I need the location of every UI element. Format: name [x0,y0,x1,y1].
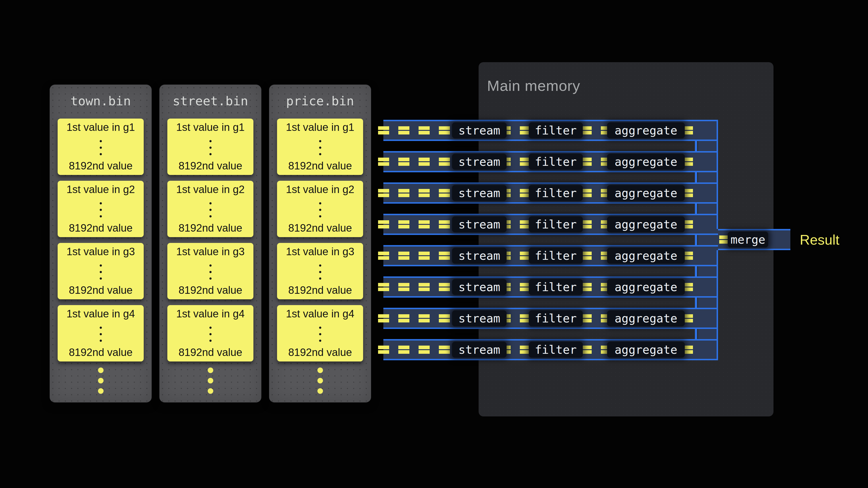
ellipsis-dots [98,367,103,394]
dot [209,278,212,280]
group-last-value: 8192nd value [277,223,363,233]
ellipsis-dots [208,367,213,394]
group-first-value: 1st value in g3 [58,246,144,257]
value-group-card: 1st value in g4 8192nd value [58,305,144,361]
merge-lane: merge [718,229,790,250]
ellipsis-dots [100,202,102,217]
file-column: street.bin 1st value in g1 8192nd value … [159,85,261,402]
dot [100,271,102,273]
ellipsis-dots [209,140,212,155]
group-first-value: 1st value in g4 [167,308,253,319]
dot [319,153,321,155]
stream-operator: stream [452,185,506,201]
dot [209,202,212,204]
dot [209,327,212,329]
ellipsis-dots [209,264,212,280]
filter-operator: filter [529,279,583,295]
dot [319,140,321,142]
lane-connector [695,298,697,308]
dot [317,367,323,373]
pipeline-lane: stream filter aggregate [383,151,718,172]
value-group-card: 1st value in g3 8192nd value [277,243,363,299]
merge-operator: merge [728,232,768,248]
group-first-value: 1st value in g2 [167,184,253,195]
dot [209,215,212,217]
value-group-card: 1st value in g1 8192nd value [58,119,144,175]
value-group-card: 1st value in g2 8192nd value [58,181,144,237]
dot [209,271,212,273]
value-group-card: 1st value in g3 8192nd value [167,243,253,299]
result-label: Result [800,233,839,247]
dot [319,147,321,149]
dot [100,278,102,280]
dot [209,147,212,149]
ellipsis-dots [100,140,102,155]
main-memory-title: Main memory [487,77,580,94]
aggregate-operator: aggregate [607,248,685,264]
filter-operator: filter [529,123,583,138]
dot [319,202,321,204]
ellipsis-dots [209,202,212,217]
group-first-value: 1st value in g4 [277,308,363,319]
ellipsis-dots [319,202,321,217]
aggregate-operator: aggregate [607,123,685,138]
stream-operator: stream [452,217,506,232]
file-name: price.bin [269,85,371,107]
value-group-card: 1st value in g4 8192nd value [167,305,253,361]
group-last-value: 8192nd value [167,161,253,171]
dot [319,264,321,266]
dot [209,209,212,211]
dot [100,264,102,266]
file-name: street.bin [159,85,261,107]
group-last-value: 8192nd value [58,347,144,358]
morsel-pipeline-diagram: Main memory merge Result town.bin 1st va… [0,0,868,488]
dot [209,153,212,155]
dot [100,153,102,155]
pipeline-lane: stream filter aggregate [383,245,718,266]
pipeline-right-border [717,250,718,360]
ellipsis-dots [209,327,212,342]
aggregate-operator: aggregate [607,217,685,232]
stream-operator: stream [452,248,506,264]
file-column: town.bin 1st value in g1 8192nd value 1s… [50,85,152,402]
dot [100,209,102,211]
value-group-list: 1st value in g1 8192nd value 1st value i… [167,119,253,361]
value-group-list: 1st value in g1 8192nd value 1st value i… [277,119,363,361]
dot [100,327,102,329]
dot [319,278,321,280]
dot [209,264,212,266]
pipeline-lane: stream filter aggregate [383,183,718,204]
aggregate-operator: aggregate [607,185,685,201]
dot [98,378,103,383]
aggregate-operator: aggregate [607,311,685,326]
ellipsis-dots [317,367,323,394]
stream-operator: stream [452,123,506,138]
aggregate-operator: aggregate [607,342,685,358]
stream-operator: stream [452,154,506,170]
group-last-value: 8192nd value [277,161,363,171]
pipeline-lane: stream filter aggregate [383,339,718,360]
group-last-value: 8192nd value [58,161,144,171]
aggregate-operator: aggregate [607,279,685,295]
lane-connector [695,172,697,183]
group-first-value: 1st value in g4 [58,308,144,319]
group-last-value: 8192nd value [277,285,363,295]
dot [319,271,321,273]
stream-operator: stream [452,342,506,358]
group-last-value: 8192nd value [167,347,253,358]
stream-operator: stream [452,279,506,295]
value-group-card: 1st value in g4 8192nd value [277,305,363,361]
group-last-value: 8192nd value [277,347,363,358]
filter-operator: filter [529,185,583,201]
lane-connector [695,141,697,151]
dot [319,327,321,329]
dot [100,333,102,335]
value-group-card: 1st value in g1 8192nd value [277,119,363,175]
filter-operator: filter [529,154,583,170]
dot [98,388,103,394]
group-last-value: 8192nd value [58,285,144,295]
file-name: town.bin [50,85,152,107]
file-column: price.bin 1st value in g1 8192nd value 1… [269,85,371,402]
ellipsis-dots [319,140,321,155]
dot [209,339,212,342]
